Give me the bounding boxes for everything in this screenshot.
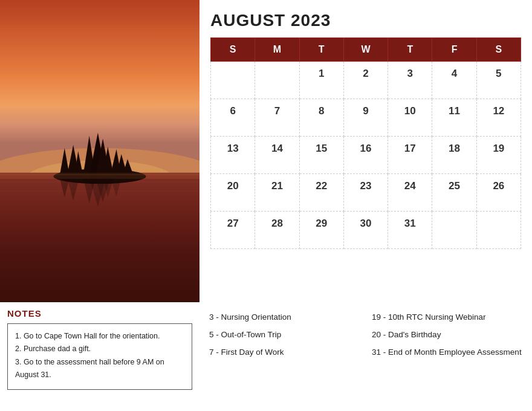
calendar-day-header: F <box>432 38 476 62</box>
calendar-day-cell: 26 <box>476 174 521 212</box>
calendar-day-cell: 6 <box>211 99 255 137</box>
event-item-left: 7 - First Day of Work <box>209 345 360 360</box>
left-panel <box>0 0 199 302</box>
calendar-day-cell <box>255 62 299 99</box>
calendar-table: SMTWTFS 12345678910111213141516171819202… <box>210 37 521 249</box>
calendar-day-cell: 27 <box>211 212 255 249</box>
calendar-day-cell: 11 <box>432 99 476 137</box>
top-section: AUGUST 2023 SMTWTFS 12345678910111213141… <box>0 0 532 302</box>
calendar-day-cell: 19 <box>476 137 521 174</box>
notes-box: 1. Go to Cape Town Hall for the orientat… <box>7 323 192 390</box>
calendar-day-cell <box>476 212 521 249</box>
calendar-day-cell: 24 <box>388 174 432 212</box>
note-item: 2. Purchase dad a gift. <box>15 343 184 355</box>
calendar-day-cell: 14 <box>255 137 299 174</box>
svg-rect-27 <box>0 0 199 25</box>
calendar-week-row: 20212223242526 <box>211 174 521 212</box>
calendar-week-row: 13141516171819 <box>211 137 521 174</box>
svg-rect-26 <box>0 173 199 175</box>
calendar-day-cell: 22 <box>299 174 343 212</box>
calendar-day-cell <box>432 212 476 249</box>
event-item-left: 5 - Out-of-Town Trip <box>209 327 360 342</box>
notes-panel: NOTES 1. Go to Cape Town Hall for the or… <box>0 302 199 411</box>
calendar-day-cell: 17 <box>388 137 432 174</box>
calendar-day-header: S <box>211 38 255 62</box>
bottom-section: NOTES 1. Go to Cape Town Hall for the or… <box>0 302 532 411</box>
calendar-day-cell: 28 <box>255 212 299 249</box>
calendar-day-cell: 8 <box>299 99 343 137</box>
event-item-right: 20 - Dad's Birthday <box>372 327 522 342</box>
calendar-day-cell: 25 <box>432 174 476 212</box>
calendar-week-row: 2728293031 <box>211 212 521 249</box>
calendar-day-cell: 21 <box>255 174 299 212</box>
calendar-day-cell: 10 <box>388 99 432 137</box>
event-item-right: 31 - End of Month Employee Assessment <box>372 345 522 360</box>
notes-title: NOTES <box>7 308 192 319</box>
note-item: 1. Go to Cape Town Hall for the orientat… <box>15 330 184 343</box>
calendar-day-cell: 9 <box>343 99 388 137</box>
calendar-day-cell: 18 <box>432 137 476 174</box>
calendar-day-cell: 7 <box>255 99 299 137</box>
calendar-week-row: 6789101112 <box>211 99 521 137</box>
calendar-day-header: M <box>255 38 299 62</box>
right-panel: AUGUST 2023 SMTWTFS 12345678910111213141… <box>199 0 532 302</box>
calendar-day-cell: 30 <box>343 212 388 249</box>
calendar-day-cell: 12 <box>476 99 521 137</box>
calendar-day-header: W <box>343 38 388 62</box>
calendar-day-cell: 15 <box>299 137 343 174</box>
main-container: AUGUST 2023 SMTWTFS 12345678910111213141… <box>0 0 532 411</box>
calendar-day-cell: 4 <box>432 62 476 99</box>
calendar-title: AUGUST 2023 <box>210 11 521 30</box>
calendar-day-cell: 1 <box>299 62 343 99</box>
note-item: 3. Go to the assessment hall before 9 AM… <box>15 356 184 382</box>
calendar-day-cell: 13 <box>211 137 255 174</box>
calendar-week-row: 12345 <box>211 62 521 99</box>
calendar-day-cell: 29 <box>299 212 343 249</box>
photo-area <box>0 0 199 302</box>
event-item-right: 19 - 10th RTC Nursing Webinar <box>372 309 522 325</box>
calendar-day-header: S <box>476 38 521 62</box>
calendar-day-cell: 2 <box>343 62 388 99</box>
calendar-day-cell <box>211 62 255 99</box>
calendar-day-cell: 20 <box>211 174 255 212</box>
calendar-day-cell: 3 <box>388 62 432 99</box>
calendar-header-row: SMTWTFS <box>211 38 521 62</box>
calendar-day-header: T <box>299 38 343 62</box>
calendar-day-cell: 23 <box>343 174 388 212</box>
event-item-left: 3 - Nursing Orientation <box>209 309 360 325</box>
calendar-day-cell: 31 <box>388 212 432 249</box>
events-panel: 3 - Nursing Orientation19 - 10th RTC Nur… <box>199 302 532 411</box>
calendar-day-header: T <box>388 38 432 62</box>
calendar-day-cell: 5 <box>476 62 521 99</box>
calendar-day-cell: 16 <box>343 137 388 174</box>
